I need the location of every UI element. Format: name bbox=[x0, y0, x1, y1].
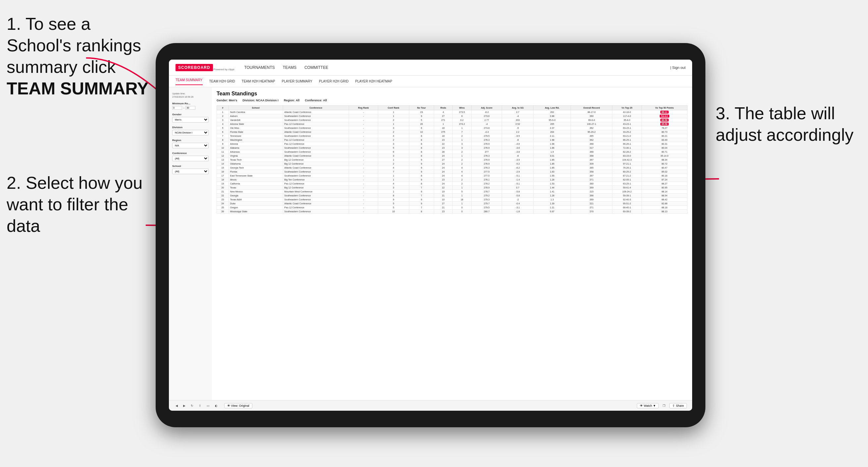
cell-overall: 266 bbox=[571, 194, 612, 198]
cell-reg-rank: - bbox=[349, 210, 378, 214]
cell-school: Texas A&M bbox=[228, 198, 283, 202]
filter-region-select[interactable]: N/A All bbox=[172, 143, 209, 148]
cell-wins: 6.2 bbox=[453, 118, 471, 122]
toolbar-clock[interactable]: ◐ bbox=[214, 403, 219, 408]
col-vs-top25: Vs Top 25 bbox=[612, 106, 642, 110]
cell-avg-sg: -6 bbox=[502, 154, 533, 158]
cell-pts: 85.02 bbox=[642, 170, 687, 174]
watch-button[interactable]: 👁 Watch ▼ bbox=[637, 403, 659, 408]
cell-conf: Southeastern Conference bbox=[283, 118, 349, 122]
share-button[interactable]: ⇧ Share bbox=[669, 403, 687, 408]
cell-pts: 80.73 bbox=[642, 130, 687, 134]
cell-overall: 69-6-0 bbox=[571, 118, 612, 122]
cell-school: Florida bbox=[228, 170, 283, 174]
cell-avg-sg: 203 bbox=[502, 118, 533, 122]
cell-pts: 89.11 bbox=[642, 110, 687, 114]
cell-vs-top25: 33-25-2 bbox=[612, 130, 642, 134]
filter-min-rank: Minimum Ro... - bbox=[172, 102, 209, 110]
tab-team-h2h-grid[interactable]: TEAM H2H GRID bbox=[209, 79, 235, 84]
col-adj-score: Adj. Score bbox=[471, 106, 502, 110]
table-row: 9 Arizona Pac-12 Conference - 3 8 22 3 2… bbox=[217, 142, 687, 146]
cell-conf: Southeastern Conference bbox=[283, 146, 349, 150]
cell-rnds: 10 bbox=[434, 198, 453, 202]
toolbar-back[interactable]: ◀ bbox=[174, 403, 179, 408]
toolbar-expand[interactable]: ❐ bbox=[661, 403, 666, 408]
cell-conf-rank: 1 bbox=[378, 190, 409, 194]
tab-player-h2h-heatmap[interactable]: PLAYER H2H HEATMAP bbox=[355, 79, 393, 84]
cell-overall: 88-17-0 bbox=[571, 110, 612, 114]
cell-vs-top25: 92-40-3 bbox=[612, 198, 642, 202]
cell-adj-score: 278.9 bbox=[471, 186, 502, 190]
cell-no-tour: 8 bbox=[409, 146, 434, 150]
cell-conf: Pac-12 Conference bbox=[283, 138, 349, 142]
cell-avg-low: 1.44 bbox=[533, 186, 571, 190]
cell-wins: 5 bbox=[453, 190, 471, 194]
cell-vs-top25: 42-18-0 bbox=[612, 110, 642, 114]
nav-links: TOURNAMENTS TEAMS COMMITTEE bbox=[244, 64, 670, 71]
cell-reg-rank: - bbox=[349, 206, 378, 210]
cell-adj-score: 277.5 bbox=[471, 174, 502, 178]
cell-overall: 269 bbox=[571, 186, 612, 190]
standings-table: # School Conference Reg Rank Conf Rank N… bbox=[217, 105, 687, 214]
sign-out-button[interactable]: | Sign out bbox=[670, 66, 685, 69]
cell-rnds: 24 bbox=[434, 166, 453, 170]
cell-vs-top25: 117-4-0 bbox=[612, 114, 642, 118]
cell-avg-low: 1.9 bbox=[533, 150, 571, 154]
cell-school: California bbox=[228, 182, 283, 186]
cell-pts: 88.27 bbox=[642, 182, 687, 186]
cell-reg-rank: - bbox=[349, 126, 378, 130]
cell-conf: Big 12 Conference bbox=[283, 162, 349, 166]
cell-conf: Big 12 Conference bbox=[283, 186, 349, 190]
filter-division-select[interactable]: NCAA Division I NCAA Division II NCAA Di… bbox=[172, 130, 209, 135]
table-row: 19 California Pac-12 Conference - 4 8 24… bbox=[217, 182, 687, 186]
cell-conf: Southeastern Conference bbox=[283, 150, 349, 154]
nav-tournaments[interactable]: TOURNAMENTS bbox=[244, 64, 275, 71]
col-vs-top50: Vs Top 50 Points bbox=[642, 106, 687, 110]
nav-committee[interactable]: COMMITTEE bbox=[304, 64, 328, 71]
filter-gender-select[interactable]: Men's Women's bbox=[172, 117, 209, 123]
filter-min-rank-to[interactable] bbox=[185, 106, 195, 110]
cell-wins: 1 bbox=[453, 186, 471, 190]
filter-min-rank-from[interactable] bbox=[172, 106, 182, 110]
cell-rnds: 22 bbox=[434, 186, 453, 190]
cell-pts: 80.71 bbox=[642, 150, 687, 154]
col-conf-rank: Conf Rank bbox=[378, 106, 409, 110]
cell-reg-rank: - bbox=[349, 134, 378, 138]
tab-player-summary[interactable]: PLAYER SUMMARY bbox=[282, 79, 312, 84]
cell-conf-rank: 5 bbox=[378, 202, 409, 206]
cell-school: Texas bbox=[228, 186, 283, 190]
view-original-button[interactable]: 👁 View: Original bbox=[224, 403, 252, 408]
cell-school: Florida State bbox=[228, 130, 283, 134]
toolbar-refresh[interactable]: ↻ bbox=[189, 403, 195, 408]
toolbar-share2[interactable]: ⇧ bbox=[197, 403, 203, 408]
cell-no-tour: 6 bbox=[409, 126, 434, 130]
table-row: 6 Florida State Atlantic Coast Conferenc… bbox=[217, 130, 687, 134]
cell-overall: 268 bbox=[571, 154, 612, 158]
cell-reg-rank: - bbox=[349, 178, 378, 182]
cell-vs-top25: 86-25-1 bbox=[612, 138, 642, 142]
cell-rnds: 18 bbox=[434, 134, 453, 138]
cell-no-tour: 8 bbox=[409, 150, 434, 154]
toolbar-bookmark[interactable]: ▭ bbox=[205, 403, 211, 408]
cell-reg-rank: - bbox=[349, 190, 378, 194]
filter-conference-select[interactable]: (All) bbox=[172, 156, 209, 161]
filter-region: Region N/A All bbox=[172, 139, 209, 148]
cell-num: 4 bbox=[217, 122, 229, 126]
cell-rnds: 27 bbox=[434, 158, 453, 162]
tab-team-summary[interactable]: TEAM SUMMARY bbox=[176, 77, 203, 85]
tab-player-h2h-grid[interactable]: PLAYER H2H GRID bbox=[319, 79, 348, 84]
cell-avg-sg: -6 bbox=[502, 138, 533, 142]
cell-avg-low: 1.55 bbox=[533, 174, 571, 178]
cell-reg-rank: - bbox=[349, 162, 378, 166]
tab-team-h2h-heatmap[interactable]: TEAM H2H HEATMAP bbox=[242, 79, 275, 84]
filter-school-select[interactable]: (All) bbox=[172, 168, 209, 174]
cell-no-tour: 9 bbox=[409, 158, 434, 162]
table-row: 24 Duke Atlantic Coast Conference - 5 9 … bbox=[217, 202, 687, 206]
nav-teams[interactable]: TEAMS bbox=[283, 64, 297, 71]
cell-conf: Southeastern Conference bbox=[283, 194, 349, 198]
cell-pts: 80.16 bbox=[642, 174, 687, 178]
toolbar-forward[interactable]: ▶ bbox=[182, 403, 187, 408]
cell-school: Texas Tech bbox=[228, 158, 283, 162]
table-row: 22 Georgia Southeastern Conference - 8 7… bbox=[217, 194, 687, 198]
filter-school-label: School bbox=[172, 165, 209, 167]
